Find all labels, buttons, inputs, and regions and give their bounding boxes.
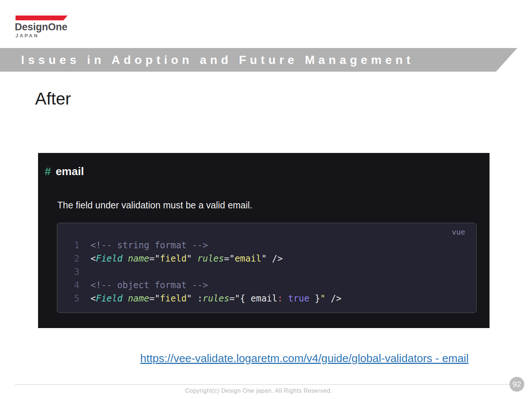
code-language-badge: vue xyxy=(452,228,465,236)
code-lines: 1<!-- string format -->2<Field name="fie… xyxy=(57,239,476,305)
code-line: 3 xyxy=(57,265,476,279)
slide-title-banner: Issues in Adoption and Future Management xyxy=(0,48,517,72)
page-number-badge: 92 xyxy=(509,377,524,392)
logo-country-label: JAPAN xyxy=(16,33,39,38)
code-line: 4<!-- object format --> xyxy=(57,279,476,292)
reference-link-row: https://vee-validate.logaretm.com/v4/gui… xyxy=(0,352,532,365)
copyright-text: Copyright(c) Design One japan. All Right… xyxy=(0,388,517,394)
code-line: 2<Field name="field" rules="email" /> xyxy=(57,252,476,265)
page-number: 92 xyxy=(512,380,521,389)
documentation-screenshot-panel: #email The field under validation must b… xyxy=(38,153,490,328)
logo-company-name: DesignOne xyxy=(15,21,68,33)
section-heading: After xyxy=(35,89,71,109)
code-block: vue 1<!-- string format -->2<Field name=… xyxy=(57,223,477,313)
code-line: 1<!-- string format --> xyxy=(57,239,476,252)
docs-section-header: #email xyxy=(45,165,84,178)
footer-divider xyxy=(15,384,512,385)
docs-description: The field under validation must be a val… xyxy=(57,200,252,211)
vee-validate-docs-link[interactable]: https://vee-validate.logaretm.com/v4/gui… xyxy=(140,352,469,364)
hash-anchor-icon: # xyxy=(45,165,51,177)
logo-swoosh-icon xyxy=(16,16,68,20)
slide-title: Issues in Adoption and Future Management xyxy=(21,48,414,72)
docs-section-title: email xyxy=(56,165,84,177)
code-line: 5<Field name="field" :rules="{ email: tr… xyxy=(57,292,476,305)
